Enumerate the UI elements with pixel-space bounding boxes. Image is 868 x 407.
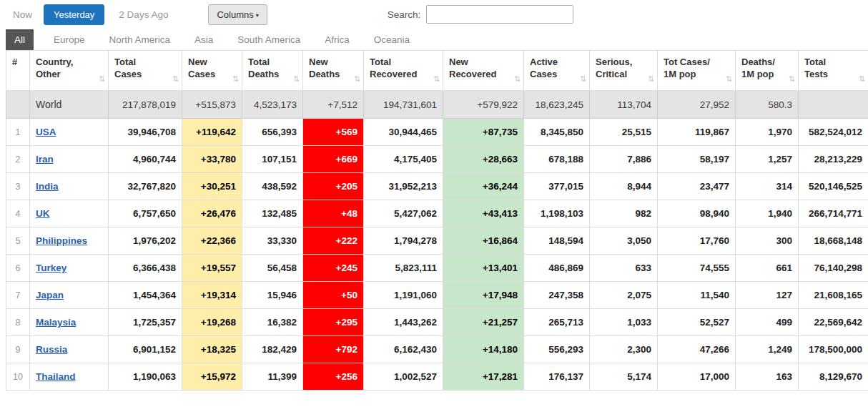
- cell-deaths-1m: 127: [736, 282, 799, 309]
- cell-country: USA: [30, 119, 109, 146]
- sort-icon: ⇅: [580, 74, 586, 84]
- col-header-new_cases[interactable]: New Cases⇅: [182, 51, 242, 91]
- cell-total-tests: 266,714,771: [799, 200, 868, 227]
- country-link[interactable]: Malaysia: [36, 317, 76, 328]
- table-row: 1USA39,946,708+119,642656,393+56930,944,…: [6, 119, 868, 146]
- country-link[interactable]: Russia: [36, 344, 67, 355]
- cell-serious-critical: 8,944: [590, 173, 658, 200]
- col-header-total_deaths[interactable]: Total Deaths⇅: [242, 51, 303, 91]
- cell-active-cases: 18,623,245: [524, 91, 590, 119]
- col-header-label: Deaths/ 1M pop: [741, 57, 775, 79]
- country-link[interactable]: Turkey: [36, 263, 66, 273]
- cell-new-recovered: +16,864: [443, 227, 524, 255]
- cell-total-recovered: 5,427,062: [364, 200, 443, 227]
- col-header-label: #: [12, 57, 17, 67]
- col-header-serious_critical[interactable]: Serious, Critical⇅: [590, 51, 658, 91]
- sort-icon: ⇅: [789, 74, 795, 84]
- country-link[interactable]: UK: [36, 208, 50, 219]
- cell-serious-critical: 1,033: [590, 309, 658, 336]
- tab-oceania[interactable]: Oceania: [365, 29, 418, 50]
- cell-total-recovered: 30,944,465: [364, 119, 443, 146]
- search-group: Search:: [388, 5, 574, 24]
- sort-icon: ⇅: [99, 74, 105, 84]
- cell-active-cases: 486,869: [524, 255, 590, 282]
- country-link[interactable]: Japan: [36, 290, 64, 300]
- country-link[interactable]: USA: [36, 127, 56, 137]
- cell-serious-critical: 7,886: [590, 146, 658, 173]
- col-header-total_recovered[interactable]: Total Recovered⇅: [364, 51, 443, 91]
- cell-new-deaths: +245: [303, 255, 364, 282]
- cell-new-cases: +119,642: [182, 119, 242, 146]
- col-header-label: Total Deaths: [248, 57, 279, 79]
- world-total-row: World217,878,019+515,8734,523,173+7,5121…: [6, 91, 868, 119]
- cell-new-recovered: +14,180: [443, 336, 524, 363]
- cell-rank: 3: [6, 173, 30, 200]
- cell-total-recovered: 1,002,527: [364, 363, 443, 391]
- now-link[interactable]: Now: [13, 9, 32, 20]
- col-header-label: New Deaths: [309, 57, 340, 79]
- cell-rank: 5: [6, 227, 30, 255]
- cell-deaths-1m: 314: [736, 173, 799, 200]
- top-toolbar: Now Yesterday 2 Days Ago Columns▾ Search…: [0, 0, 868, 29]
- cell-new-cases: +19,557: [182, 255, 242, 282]
- col-header-label: Serious, Critical: [596, 57, 632, 79]
- country-link[interactable]: India: [36, 181, 59, 192]
- cell-new-cases: +515,873: [182, 91, 242, 119]
- two-days-ago-link[interactable]: 2 Days Ago: [119, 9, 168, 20]
- cell-new-cases: +19,314: [182, 282, 242, 309]
- country-link[interactable]: Thailand: [36, 371, 76, 382]
- tab-asia[interactable]: Asia: [186, 29, 222, 50]
- cell-new-recovered: +17,948: [443, 282, 524, 309]
- country-link[interactable]: Iran: [36, 154, 54, 165]
- cell-country: Philippines: [30, 227, 109, 255]
- yesterday-button[interactable]: Yesterday: [44, 4, 104, 25]
- search-label: Search:: [388, 9, 421, 20]
- cell-cases-1m: 119,867: [658, 119, 736, 146]
- cell-new-deaths: +48: [303, 200, 364, 227]
- cell-cases-1m: 47,266: [658, 336, 736, 363]
- cell-new-recovered: +43,413: [443, 200, 524, 227]
- columns-dropdown-button[interactable]: Columns▾: [208, 4, 267, 25]
- tab-south-america[interactable]: South America: [229, 29, 309, 50]
- col-header-rank: #: [6, 51, 30, 91]
- cell-total-deaths: 656,393: [242, 119, 303, 146]
- tab-africa[interactable]: Africa: [316, 29, 358, 50]
- cell-total-cases: 1,725,357: [109, 309, 182, 336]
- col-header-country[interactable]: Country, Other⇅: [30, 51, 109, 91]
- cell-new-deaths: +50: [303, 282, 364, 309]
- cell-total-cases: 32,767,820: [109, 173, 182, 200]
- tab-europe[interactable]: Europe: [45, 29, 94, 50]
- col-header-label: New Cases: [188, 57, 215, 79]
- covid-stats-table: #Country, Other⇅Total Cases⇅New Cases⇅To…: [6, 50, 868, 391]
- cell-total-recovered: 194,731,601: [364, 91, 443, 119]
- sort-icon: ⇅: [433, 74, 440, 84]
- tab-north-america[interactable]: North America: [101, 29, 179, 50]
- sort-icon: ⇅: [726, 74, 732, 84]
- search-input[interactable]: [426, 5, 573, 24]
- cell-total-deaths: 56,458: [242, 255, 303, 282]
- cell-active-cases: 247,358: [524, 282, 590, 309]
- col-header-new_deaths[interactable]: New Deaths⇅: [303, 51, 364, 91]
- col-header-total_tests[interactable]: Total Tests⇅: [799, 51, 868, 91]
- country-link[interactable]: Philippines: [36, 235, 87, 246]
- tab-all[interactable]: All: [6, 29, 34, 50]
- cell-total-tests: 76,140,298: [799, 255, 868, 282]
- cell-rank: 4: [6, 200, 30, 227]
- cell-new-cases: +33,780: [182, 146, 242, 173]
- cell-deaths-1m: 1,970: [736, 119, 799, 146]
- col-header-new_recovered[interactable]: New Recovered⇅: [443, 51, 524, 91]
- cell-serious-critical: 3,050: [590, 227, 658, 255]
- col-header-cases_1m[interactable]: Tot Cases/ 1M pop⇅: [658, 51, 736, 91]
- cell-active-cases: 556,293: [524, 336, 590, 363]
- cell-deaths-1m: 163: [736, 363, 799, 391]
- cell-new-recovered: +21,257: [443, 309, 524, 336]
- col-header-label: Total Recovered: [370, 57, 417, 79]
- cell-active-cases: 8,345,850: [524, 119, 590, 146]
- cell-new-cases: +19,268: [182, 309, 242, 336]
- col-header-deaths_1m[interactable]: Deaths/ 1M pop⇅: [736, 51, 799, 91]
- col-header-active_cases[interactable]: Active Cases⇅: [524, 51, 590, 91]
- cell-serious-critical: 25,515: [590, 119, 658, 146]
- table-row: 4UK6,757,650+26,476132,485+485,427,062+4…: [6, 200, 868, 227]
- col-header-total_cases[interactable]: Total Cases⇅: [109, 51, 182, 91]
- cell-country: UK: [30, 200, 109, 227]
